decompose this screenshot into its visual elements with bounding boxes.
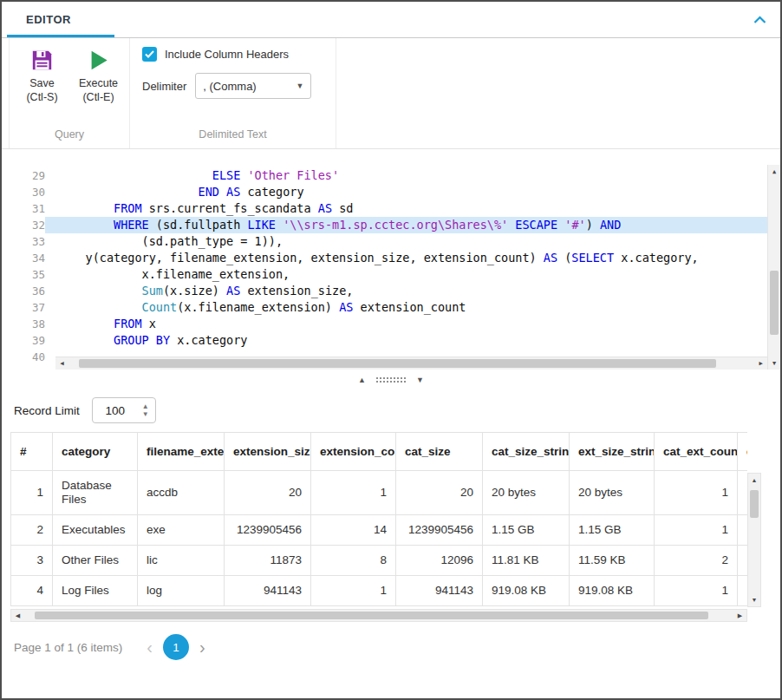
code-line[interactable]: 35 x.filename_extension,: [2, 266, 767, 283]
pagination-summary: Page 1 of 1 (6 items): [14, 641, 122, 654]
table-cell: exe: [138, 515, 225, 546]
scrollbar-track[interactable]: [68, 357, 754, 370]
column-header-category[interactable]: category: [53, 433, 138, 471]
table-cell: 12096: [396, 546, 483, 576]
table-cell: Executables: [53, 515, 138, 546]
code-line[interactable]: 29 ELSE 'Other Files': [2, 167, 767, 184]
table-cell: 919.08 KB: [570, 576, 655, 606]
code-line[interactable]: 31 FROM srs.current_fs_scandata AS sd: [2, 200, 767, 217]
results-table-container: #categoryfilename_exteextension_sizexten…: [10, 432, 747, 607]
table-cell: 4: [11, 576, 53, 606]
record-limit-label: Record Limit: [14, 404, 80, 417]
editor-horizontal-scrollbar[interactable]: ◀ ▶: [55, 357, 767, 370]
table-cell: accdb: [138, 471, 225, 515]
table-cell: 20 bytes: [570, 471, 655, 515]
spin-up-button[interactable]: ▲: [142, 402, 149, 410]
page-1-button[interactable]: 1: [163, 634, 189, 660]
splitter[interactable]: ▲ ▼: [2, 370, 780, 390]
line-number: 38: [2, 316, 45, 332]
line-number: 34: [2, 250, 45, 266]
toolbar: Save (Ctl-S) Execute (Ctl-E) Query: [2, 38, 780, 149]
code-line[interactable]: 32 WHERE (sd.fullpath LIKE '\\srs-m1.sp.…: [2, 217, 767, 233]
splitter-grip[interactable]: [376, 377, 406, 383]
execute-icon: [87, 49, 110, 72]
table-row[interactable]: 2Executablesexe12399054561412399054561.1…: [11, 515, 748, 546]
scroll-up-button[interactable]: ▲: [748, 474, 761, 487]
tab-active-indicator: [7, 35, 114, 37]
table-cell: log: [138, 576, 225, 606]
table-cell: 1: [655, 471, 738, 515]
editor-vertical-scrollbar[interactable]: ▲ ▼: [767, 165, 780, 370]
save-button[interactable]: Save (Ctl-S): [15, 45, 69, 124]
column-header--[interactable]: #: [11, 433, 53, 471]
scrollbar-track[interactable]: [24, 610, 733, 621]
scroll-right-button[interactable]: ▶: [754, 357, 767, 370]
table-cell: Database Files: [53, 471, 138, 515]
scrollbar-thumb[interactable]: [35, 612, 708, 619]
tab-editor[interactable]: EDITOR: [26, 13, 71, 26]
column-header-extension-siz[interactable]: extension_siz: [225, 433, 311, 471]
delimiter-label: Delimiter: [142, 80, 186, 93]
scroll-down-button[interactable]: ▼: [768, 357, 781, 370]
record-limit-control: Record Limit 100 ▲ ▼: [14, 397, 780, 423]
spin-down-button[interactable]: ▼: [142, 410, 149, 418]
table-cell: 8: [311, 546, 396, 576]
line-number: 29: [2, 167, 45, 184]
table-cell: 20: [396, 471, 483, 515]
prev-page-button[interactable]: ‹: [147, 638, 153, 656]
titlebar: EDITOR: [2, 2, 780, 38]
scroll-left-button[interactable]: ◀: [55, 357, 68, 370]
column-header-extension-co[interactable]: extension_co: [311, 433, 396, 471]
scroll-down-button[interactable]: ▼: [748, 593, 761, 606]
column-header-cat-size[interactable]: cat_size: [396, 433, 483, 471]
scrollbar-track[interactable]: [768, 178, 780, 357]
scrollbar-thumb[interactable]: [79, 359, 717, 368]
include-column-headers-option[interactable]: Include Column Headers: [142, 47, 323, 62]
scrollbar-track[interactable]: [748, 487, 760, 593]
scroll-left-button[interactable]: ◀: [11, 609, 24, 622]
table-row[interactable]: 4Log Fileslog9411431941143919.08 KB919.0…: [11, 576, 748, 606]
next-page-button[interactable]: ›: [199, 638, 205, 656]
table-cell: 2: [655, 546, 738, 576]
table-row[interactable]: 3Other Fileslic1187381209611.81 KB11.59 …: [11, 546, 748, 576]
column-header-cat-ext-coun[interactable]: cat_ext_coun: [655, 433, 738, 471]
table-cell: lic: [138, 546, 225, 576]
scrollbar-thumb[interactable]: [770, 271, 779, 335]
code-lines[interactable]: 29 ELSE 'Other Files'30 END AS category3…: [2, 165, 767, 370]
column-header-ext-size-strin[interactable]: ext_size_strin: [570, 433, 655, 471]
include-column-headers-checkbox[interactable]: [142, 47, 157, 62]
table-vertical-scrollbar[interactable]: ▲ ▼: [747, 473, 761, 607]
editor-panel: EDITOR Save: [0, 0, 782, 700]
chevron-up-icon: [753, 16, 766, 24]
code-line[interactable]: 30 END AS category: [2, 184, 767, 200]
column-header-cat-size-strin[interactable]: cat_size_strin: [483, 433, 570, 471]
execute-button[interactable]: Execute (Ctl-E): [71, 45, 126, 124]
delimiter-select[interactable]: , (Comma) ▼: [195, 73, 311, 99]
code-line[interactable]: 38 FROM x: [2, 316, 767, 332]
table-cell: 2: [11, 515, 53, 546]
save-icon: [30, 49, 54, 72]
record-limit-value[interactable]: 100: [93, 404, 138, 417]
code-line[interactable]: 36 Sum(x.size) AS extension_size,: [2, 283, 767, 299]
column-header-filename-exte[interactable]: filename_exte: [138, 433, 225, 471]
code-line[interactable]: 39 GROUP BY x.category: [2, 332, 767, 349]
column-header-c[interactable]: c: [738, 433, 748, 471]
scrollbar-thumb[interactable]: [750, 490, 759, 518]
code-line[interactable]: 33 (sd.path_type = 1)),: [2, 233, 767, 250]
table-row[interactable]: 1Database Filesaccdb2012020 bytes20 byte…: [11, 471, 748, 515]
scroll-right-button[interactable]: ▶: [733, 609, 746, 622]
record-limit-input[interactable]: 100 ▲ ▼: [92, 397, 156, 423]
splitter-expand-down-button[interactable]: ▼: [416, 376, 424, 384]
table-cell: 20: [225, 471, 311, 515]
delimited-group-caption: Delimited Text: [130, 124, 336, 148]
collapse-panel-button[interactable]: [753, 16, 766, 24]
line-number: 40: [2, 349, 45, 365]
table-horizontal-scrollbar[interactable]: ◀ ▶: [10, 609, 747, 622]
code-line[interactable]: 37 Count(x.filename_extension) AS extens…: [2, 299, 767, 316]
delimited-text-group: Include Column Headers Delimiter , (Comm…: [130, 38, 336, 148]
splitter-collapse-up-button[interactable]: ▲: [358, 376, 366, 384]
line-number: 33: [2, 233, 45, 250]
code-line[interactable]: 34 y(category, filename_extension, exten…: [2, 250, 767, 266]
sql-editor[interactable]: 29 ELSE 'Other Files'30 END AS category3…: [2, 165, 780, 370]
scroll-up-button[interactable]: ▲: [768, 165, 781, 178]
